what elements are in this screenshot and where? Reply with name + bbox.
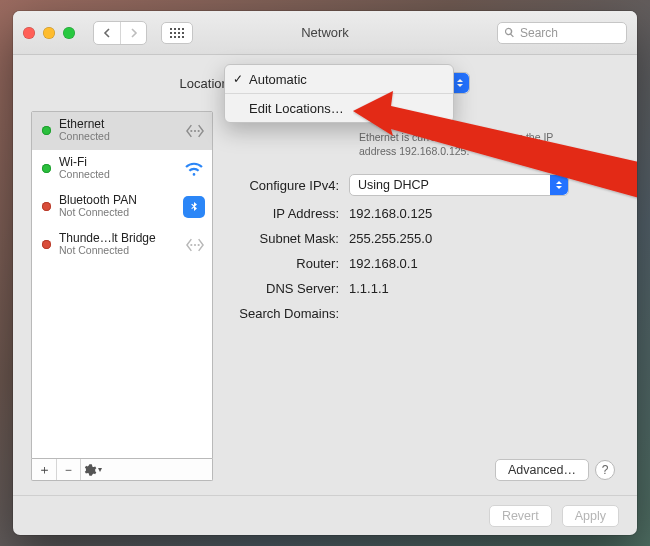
status-dot-icon [42,240,51,249]
menu-separator [225,93,453,94]
location-menu-automatic[interactable]: Automatic [225,67,453,91]
configure-label: Configure IPv4: [227,178,349,193]
location-menu: Automatic Edit Locations… [224,64,454,123]
status-dot-icon [42,202,51,211]
remove-service-button[interactable]: － [56,459,80,480]
router-label: Router: [227,256,349,271]
close-icon[interactable] [23,27,35,39]
svg-point-0 [194,129,196,131]
service-actions-button[interactable]: ▾ [80,459,104,480]
svg-point-1 [190,129,192,131]
chevron-down-icon: ▾ [98,465,102,474]
search-field[interactable]: Search [497,22,627,44]
apply-button[interactable]: Apply [562,505,619,527]
service-list-wrap: Ethernet Connected Wi-Fi Connected [31,111,213,481]
add-service-button[interactable]: ＋ [32,459,56,480]
list-action-bar: ＋ － ▾ [31,459,213,481]
ip-value: 192.168.0.125 [349,206,615,221]
ip-label: IP Address: [227,206,349,221]
service-list[interactable]: Ethernet Connected Wi-Fi Connected [31,111,213,459]
updown-icon [550,175,568,195]
dns-value: 1.1.1.1 [349,281,615,296]
service-item-bluetooth[interactable]: Bluetooth PAN Not Connected [32,188,212,226]
bluetooth-icon [182,195,206,219]
search-placeholder: Search [520,26,558,40]
wifi-icon [182,157,206,181]
mask-label: Subnet Mask: [227,231,349,246]
updown-icon [451,73,469,93]
configure-ipv4-select[interactable]: Using DHCP [349,174,569,196]
thunderbolt-icon [184,234,206,256]
service-item-thunderbolt[interactable]: Thunde…lt Bridge Not Connected [32,226,212,264]
status-dot-icon [42,164,51,173]
service-status: Not Connected [59,245,156,257]
gear-icon [83,463,97,477]
svg-point-2 [198,129,200,131]
minimize-icon[interactable] [43,27,55,39]
search-icon [504,27,515,38]
grid-icon [170,28,184,38]
service-status: Connected [59,169,110,181]
help-button[interactable]: ? [595,460,615,480]
network-prefs-window: Network Search Location: Ethernet [13,11,637,535]
location-menu-edit[interactable]: Edit Locations… [225,96,453,120]
service-item-ethernet[interactable]: Ethernet Connected [32,112,212,150]
service-status: Connected [59,131,110,143]
window-controls [23,27,75,39]
back-button[interactable] [94,22,120,44]
show-all-button[interactable] [161,22,193,44]
svg-point-4 [190,243,192,245]
mask-value: 255.255.255.0 [349,231,615,246]
svg-point-5 [198,243,200,245]
forward-button[interactable] [120,22,146,44]
dns-label: DNS Server: [227,281,349,296]
router-value: 192.168.0.1 [349,256,615,271]
status-description: Ethernet is currently active and has the… [359,130,569,158]
revert-button[interactable]: Revert [489,505,552,527]
search-domains-label: Search Domains: [227,306,349,321]
configure-value: Using DHCP [358,178,429,192]
zoom-icon[interactable] [63,27,75,39]
advanced-button[interactable]: Advanced… [495,459,589,481]
service-status: Not Connected [59,207,137,219]
nav-buttons [93,21,147,45]
detail-pane: Status: Connected Ethernet is currently … [227,111,619,481]
svg-point-3 [194,243,196,245]
status-dot-icon [42,126,51,135]
titlebar: Network Search [13,11,637,55]
service-item-wifi[interactable]: Wi-Fi Connected [32,150,212,188]
footer: Revert Apply [13,495,637,535]
ethernet-icon [184,120,206,142]
